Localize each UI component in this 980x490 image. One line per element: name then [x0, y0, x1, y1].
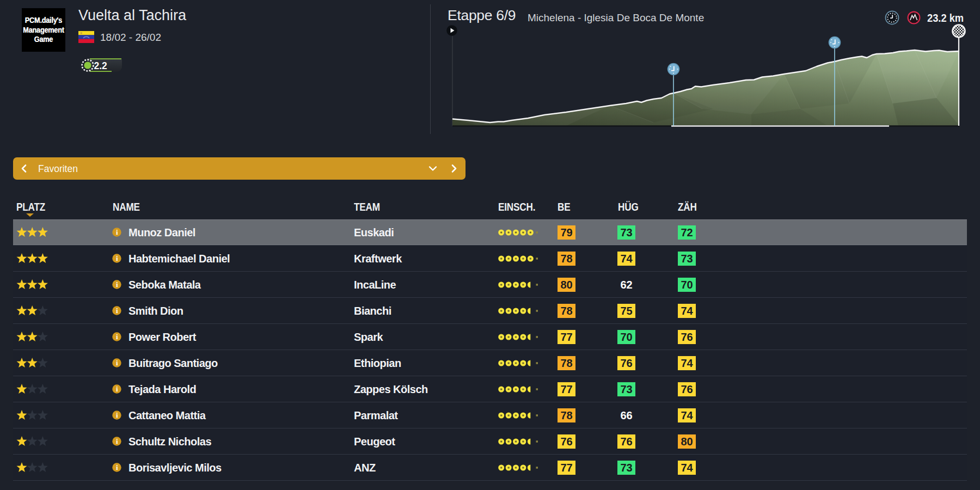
svg-text:i: i — [116, 280, 118, 289]
svg-text:2.2: 2.2 — [94, 60, 108, 71]
svg-text:i: i — [116, 463, 118, 471]
svg-text:i: i — [116, 359, 118, 367]
svg-text:i: i — [116, 385, 118, 393]
svg-text:i: i — [116, 333, 118, 341]
svg-text:i: i — [116, 437, 118, 445]
svg-text:i: i — [116, 411, 118, 419]
svg-text:i: i — [116, 254, 118, 262]
svg-text:i: i — [116, 307, 118, 315]
svg-text:i: i — [116, 228, 118, 236]
